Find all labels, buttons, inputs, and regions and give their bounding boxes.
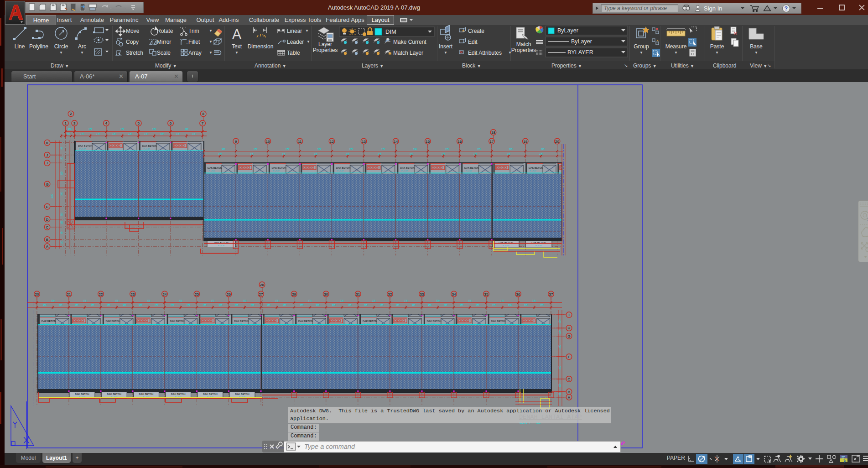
svg-text:300: 300 bbox=[160, 133, 164, 135]
svg-text:31: 31 bbox=[356, 292, 360, 296]
svg-text:175: 175 bbox=[348, 304, 352, 307]
svg-text:150: 150 bbox=[559, 319, 561, 323]
svg-text:DIM: DIM bbox=[385, 28, 396, 35]
svg-text:F: F bbox=[568, 355, 570, 359]
svg-text:34: 34 bbox=[452, 292, 456, 296]
svg-text:9: 9 bbox=[235, 140, 237, 144]
svg-text:300: 300 bbox=[428, 304, 431, 307]
svg-text:25: 25 bbox=[195, 292, 199, 296]
svg-text:300: 300 bbox=[68, 128, 72, 130]
svg-text:175: 175 bbox=[445, 148, 449, 151]
svg-text:350: 350 bbox=[559, 345, 561, 348]
svg-text:E: E bbox=[46, 205, 48, 209]
svg-text:B: B bbox=[568, 390, 570, 394]
svg-text:ByLayer: ByLayer bbox=[571, 38, 592, 45]
svg-text:175: 175 bbox=[107, 304, 110, 307]
svg-text:H: H bbox=[568, 326, 571, 330]
svg-text:1: 1 bbox=[64, 121, 67, 125]
svg-text:175: 175 bbox=[282, 153, 286, 155]
svg-text:BYLAYER: BYLAYER bbox=[567, 49, 593, 56]
svg-text:3: 3 bbox=[73, 121, 76, 125]
svg-text:DAK BETON: DAK BETON bbox=[75, 393, 89, 395]
svg-text:15: 15 bbox=[426, 140, 430, 144]
svg-text:A: A bbox=[46, 244, 49, 249]
svg-text:I: I bbox=[568, 313, 569, 317]
svg-text:300: 300 bbox=[43, 304, 47, 307]
svg-text:300: 300 bbox=[243, 300, 247, 302]
svg-text:100: 100 bbox=[61, 241, 63, 244]
svg-text:300: 300 bbox=[123, 304, 126, 307]
svg-text:225: 225 bbox=[185, 128, 188, 130]
svg-text:225: 225 bbox=[541, 148, 545, 151]
svg-text:175: 175 bbox=[283, 304, 286, 307]
svg-text:175: 175 bbox=[250, 153, 254, 155]
svg-text:24: 24 bbox=[163, 292, 167, 296]
svg-text:G: G bbox=[46, 182, 48, 187]
svg-text:225: 225 bbox=[364, 304, 368, 307]
svg-text:300: 300 bbox=[436, 300, 440, 302]
svg-text:175: 175 bbox=[176, 133, 180, 135]
svg-text:J: J bbox=[47, 153, 48, 157]
svg-text:225: 225 bbox=[171, 304, 174, 307]
svg-text:8: 8 bbox=[202, 112, 204, 116]
svg-text:11: 11 bbox=[298, 140, 302, 144]
svg-text:13: 13 bbox=[362, 140, 366, 144]
svg-text:20: 20 bbox=[555, 140, 559, 144]
svg-text:22: 22 bbox=[99, 292, 103, 296]
svg-text:95: 95 bbox=[61, 147, 63, 150]
svg-text:325: 325 bbox=[112, 133, 116, 135]
svg-text:7: 7 bbox=[202, 121, 204, 125]
svg-text:6: 6 bbox=[170, 121, 172, 125]
svg-text:175: 175 bbox=[144, 133, 148, 135]
svg-text:325: 325 bbox=[532, 300, 536, 302]
svg-text:325: 325 bbox=[412, 304, 416, 307]
svg-text:35: 35 bbox=[484, 292, 489, 296]
svg-text:C: C bbox=[568, 377, 571, 381]
svg-text:300: 300 bbox=[61, 213, 63, 216]
svg-text:175: 175 bbox=[468, 300, 472, 302]
svg-text:225: 225 bbox=[61, 172, 63, 175]
svg-text:5: 5 bbox=[137, 121, 140, 125]
svg-text:?: ? bbox=[785, 5, 788, 12]
svg-text:Type a command: Type a command bbox=[304, 443, 355, 450]
svg-text:12: 12 bbox=[330, 140, 334, 144]
svg-text:175: 175 bbox=[80, 133, 84, 135]
svg-text:175: 175 bbox=[192, 133, 196, 135]
svg-text:225: 225 bbox=[539, 153, 543, 155]
svg-text:175: 175 bbox=[120, 128, 124, 130]
svg-text:325: 325 bbox=[152, 128, 156, 130]
svg-text:14: 14 bbox=[394, 140, 398, 144]
svg-text:P +6.30: P +6.30 bbox=[218, 244, 225, 247]
svg-text:300: 300 bbox=[51, 300, 55, 302]
svg-text:175: 175 bbox=[91, 304, 94, 307]
svg-text:150: 150 bbox=[61, 157, 63, 161]
svg-text:175: 175 bbox=[460, 304, 463, 307]
svg-text:85: 85 bbox=[559, 393, 561, 395]
svg-text:33: 33 bbox=[420, 292, 424, 296]
svg-text:175: 175 bbox=[500, 300, 504, 302]
svg-text:26: 26 bbox=[227, 292, 231, 296]
svg-text:225: 225 bbox=[559, 330, 561, 334]
svg-text:DAK BETON: DAK BETON bbox=[171, 393, 186, 395]
svg-text:G: G bbox=[567, 334, 570, 338]
svg-text:18: 18 bbox=[491, 130, 495, 135]
svg-text:A: A bbox=[232, 26, 242, 42]
svg-text:125: 125 bbox=[61, 221, 63, 224]
svg-text:2: 2 bbox=[70, 112, 72, 116]
svg-text:225: 225 bbox=[59, 304, 62, 307]
svg-text:10: 10 bbox=[266, 140, 270, 144]
svg-text:175: 175 bbox=[378, 153, 381, 155]
svg-text:125: 125 bbox=[559, 384, 561, 387]
svg-text:175: 175 bbox=[308, 300, 312, 302]
svg-text:17: 17 bbox=[490, 140, 494, 144]
svg-text:300: 300 bbox=[410, 153, 413, 155]
svg-text:175: 175 bbox=[381, 148, 385, 151]
svg-text:225: 225 bbox=[128, 133, 132, 135]
svg-text:I: I bbox=[47, 161, 47, 165]
svg-text:175: 175 bbox=[187, 304, 190, 307]
svg-text:K: K bbox=[46, 141, 49, 145]
svg-text:350: 350 bbox=[61, 192, 63, 196]
svg-text:175: 175 bbox=[442, 153, 445, 155]
svg-text:29: 29 bbox=[292, 292, 296, 296]
svg-text:300: 300 bbox=[413, 148, 417, 151]
